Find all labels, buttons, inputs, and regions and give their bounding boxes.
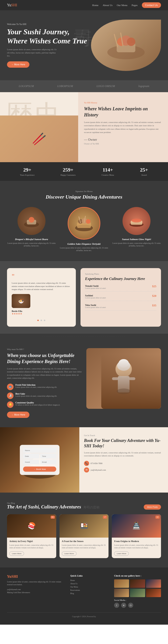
booking-time-input[interactable] [40, 454, 56, 458]
menu-item-2-desc: Lorem ipsum dolor sit amet [85, 297, 106, 299]
stat-menu-number: 114+ [102, 167, 114, 173]
reviewer-stars: ★★★★★ [12, 312, 71, 315]
footer-link-home[interactable]: Home [70, 579, 110, 582]
booking-submit-button[interactable]: → Book Now [23, 466, 56, 472]
blog-label: Our Blog [7, 502, 144, 504]
testimonial-food-image: 🍜 [12, 294, 30, 308]
gallery-thumb-5 [130, 589, 145, 597]
why-feature-3: ⭐ Consistent Quality Ut labore et dolore… [7, 401, 82, 408]
nav-pages[interactable]: Pages [132, 4, 138, 6]
feature-3-icon: ⭐ [7, 401, 14, 408]
footer-link-blog[interactable]: Blog [70, 592, 110, 594]
svg-point-4 [127, 38, 135, 46]
booking-phone: 📞 073-856-7890 [84, 461, 163, 466]
booking-date-input[interactable] [23, 454, 39, 458]
booking-form-row-1 [23, 448, 56, 452]
dining-card-2: Golden Sake Elegance Teriyaki Lorem ipsu… [60, 207, 108, 252]
feature-3-text: Consistent Quality Ut labore et dolore i… [16, 401, 60, 406]
nav-home[interactable]: Home [92, 4, 98, 6]
nav-about[interactable]: About Us [103, 4, 112, 6]
why-left: Why must Yu-SHI ? When you choose us Unf… [7, 348, 82, 418]
logo-1: LOGOPSUM [19, 84, 34, 88]
blog-card-1-icon: 🍣 [28, 522, 36, 530]
footer-brand: YuSHI Lorem ipsum dolor sit amet, consec… [7, 574, 66, 608]
gallery-thumb-6 [146, 589, 161, 597]
blog-card-2-desc: Lorem ipsum dolor sit amet, consectetur … [62, 544, 106, 549]
blog-title-area: Our Blog The Art of Sushi, Culinary Adve… [7, 502, 144, 510]
why-section: Why must Yu-SHI ? When you choose us Unf… [0, 339, 168, 427]
stat-customers-number: 259+ [60, 167, 76, 173]
history-signature: — Owner [84, 138, 162, 142]
footer-top: YuSHI Lorem ipsum dolor sit amet, consec… [7, 574, 161, 608]
history-section: 歴史 🥢 Yu-SHI History Where Wishes Leave I… [0, 92, 168, 162]
why-right: 職人 [86, 348, 161, 418]
nav-contact-button[interactable]: Contact Us [142, 2, 161, 8]
dining-card-2-image [68, 207, 100, 240]
feature-1-text: Fresh Fish Selection Lorem ipsum dolor s… [16, 384, 57, 388]
footer-link-about[interactable]: About Us [70, 583, 110, 585]
nav-menu[interactable]: Our Menu [117, 4, 128, 6]
sushi-plate-svg [103, 22, 149, 68]
dot-1[interactable] [37, 320, 39, 321]
menu-title: Experience the Culinary Journey Here [85, 276, 156, 282]
feature-2-desc: Lorem ipsum dolor sit amet, consectetur … [16, 395, 57, 397]
svg-point-14 [86, 219, 90, 224]
gallery-thumb-4 [114, 589, 129, 597]
booking-guest-input[interactable] [23, 460, 39, 464]
footer-link-menu[interactable]: Our Menu [70, 586, 110, 588]
stat-award: 25+ Award [140, 167, 148, 176]
feature-1-title: Fresh Fish Selection [16, 384, 57, 386]
footer-bottom: Copyright © 2024 | Powered by [7, 612, 161, 618]
social-icons: f ✕ O [114, 603, 161, 608]
footer-link-reservations[interactable]: Reservations [70, 589, 110, 591]
dining-card-3-desc: Lorem ipsum dolor sit amet, consectetur … [112, 242, 161, 247]
menu-item-1-details: Temaki Sushi Lorem ipsum dolor sit amet [85, 285, 106, 289]
twitter-icon[interactable]: ✕ [121, 603, 126, 608]
menu-item-3-name: Toka Sushi [85, 304, 106, 306]
chef-image [86, 348, 161, 409]
dot-3[interactable] [44, 320, 45, 321]
blog-card-2-button[interactable]: Learn More [62, 551, 76, 556]
footer-gallery-grid [114, 579, 161, 597]
blog-title: The Art of Sushi, Culinary Adventures [7, 504, 81, 510]
food-icon-2 [72, 212, 96, 235]
testimonial-menu-section: " Lorem ipsum dolor sit amet, consectetu… [0, 261, 168, 334]
blog-card-3-body: From Origins to Modern Lorem ipsum dolor… [112, 538, 161, 558]
why-more-button[interactable]: → More Here [7, 412, 30, 418]
dining-title: Discover Unique Dining Adventures [7, 194, 161, 200]
blog-card-1-body: Artistry in Every Nigiri Lorem ipsum dol… [7, 538, 56, 558]
hero-image [91, 20, 161, 71]
history-owner: Owner of Yu-SHI [84, 142, 162, 145]
blog-card-2: 🍱 17 A Feast for the Senses Lorem ipsum … [60, 514, 109, 558]
gallery-thumb-1 [114, 579, 129, 588]
blog-card-1-button[interactable]: Learn More [9, 551, 24, 556]
stat-experience-number: 29+ [20, 167, 35, 173]
history-label: Yu-SHI History [84, 102, 162, 104]
menu-item-1-desc: Lorem ipsum dolor sit amet [85, 287, 106, 289]
satisfying-menu-card: Satisfying Plates Experience the Culinar… [80, 268, 161, 327]
svg-point-19 [131, 219, 142, 222]
social-title: Social Media : [114, 599, 161, 601]
blog-more-button[interactable]: More Posts [144, 504, 161, 510]
blog-card-1: 🍣 01 Artistry in Every Nigiri Lorem ipsu… [7, 514, 56, 558]
blog-card-3-button[interactable]: Learn More [114, 551, 129, 556]
gallery-thumb-3 [146, 579, 161, 588]
blog-card-2-num: 17 [103, 516, 107, 519]
menu-item-3: Toka Sushi Lorem ipsum dolor sit amet $3… [85, 304, 156, 310]
food-icon-1 [22, 212, 41, 230]
booking-name-input[interactable] [23, 448, 56, 452]
why-description: Lorem ipsum dolor sit amet, consectetur … [7, 367, 82, 380]
dining-card-1-title: Dragon's Blissful Sunset Ikura [7, 238, 56, 240]
blog-card-1-desc: Lorem ipsum dolor sit amet, consectetur … [9, 544, 54, 549]
history-image: 🥢 [0, 116, 78, 162]
hero-cta-button[interactable]: → More Here [7, 61, 30, 68]
blog-card-3-desc: Lorem ipsum dolor sit amet, consectetur … [114, 544, 159, 549]
blog-card-1-image: 🍣 01 [7, 514, 56, 538]
booking-right: Get In Touch Book For Your Culinary Adve… [79, 427, 168, 492]
blog-card-1-num: 01 [51, 516, 55, 519]
instagram-icon[interactable]: O [128, 603, 133, 608]
footer-phone: yu@sihymail.com [7, 588, 66, 590]
dot-2[interactable] [40, 320, 42, 321]
booking-email-input[interactable] [40, 460, 56, 464]
facebook-icon[interactable]: f [114, 603, 119, 608]
